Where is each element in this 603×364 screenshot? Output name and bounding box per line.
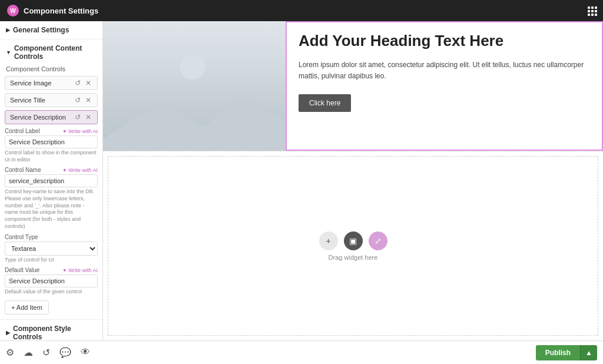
write-ai-label: Write with AI — [68, 267, 98, 273]
bottom-bar-icons: ⚙ ☁ ↺ 💬 👁 — [6, 347, 90, 358]
publish-group: Publish ▲ — [536, 345, 597, 360]
ai-sparkle-icon: ✦ — [62, 267, 67, 273]
component-style-controls-label: Component Style Controls — [13, 325, 97, 340]
control-item-label: Service Title — [10, 97, 45, 104]
media-widget-icon[interactable]: ▣ — [344, 231, 363, 250]
component-style-controls-section: ▶ Component Style Controls — [0, 319, 102, 340]
preview-heading: Add Your Heading Text Here — [299, 32, 590, 50]
control-type-text: Control Type — [5, 234, 38, 240]
component-controls-section-label: Component Controls — [5, 65, 98, 72]
ai-sparkle-icon: ✦ — [62, 128, 67, 134]
control-item-remove-btn[interactable]: ✕ — [84, 80, 92, 87]
control-item-remove-btn[interactable]: ✕ — [84, 97, 92, 104]
control-item-service-image: Service Image ↺ ✕ — [5, 76, 98, 90]
control-name-header: Control Name ✦ Write with AI — [5, 167, 98, 173]
drag-icons-group: + ▣ ⤢ — [319, 231, 387, 250]
component-style-controls-arrow: ▶ — [6, 330, 10, 336]
component-style-controls-header[interactable]: ▶ Component Style Controls — [0, 320, 102, 340]
settings-icon[interactable]: ⚙ — [6, 347, 14, 358]
main-content: ▶ General Settings ▼ Component Content C… — [0, 21, 603, 340]
control-type-hint: Type of control for UI — [5, 257, 98, 264]
control-name-field: Control Name ✦ Write with AI Control key… — [5, 167, 98, 230]
control-item-service-description: Service Description ↺ ✕ — [5, 110, 98, 124]
write-ai-label: Write with AI — [68, 128, 98, 134]
control-type-select[interactable]: Textarea Text Image Color Select — [5, 241, 98, 256]
sidebar: ▶ General Settings ▼ Component Content C… — [0, 21, 103, 340]
cloud-icon[interactable]: ☁ — [24, 347, 33, 358]
control-item-remove-btn[interactable]: ✕ — [84, 114, 92, 121]
drag-label: Drag widget here — [329, 254, 378, 261]
control-label-header: Control Label ✦ Write with AI — [5, 128, 98, 134]
control-name-input[interactable] — [5, 174, 98, 187]
general-settings-header[interactable]: ▶ General Settings — [0, 21, 102, 39]
control-item-reset-btn[interactable]: ↺ — [74, 114, 82, 121]
detail-section: Control Label ✦ Write with AI Control la… — [0, 128, 102, 296]
preview-cta-button[interactable]: Click here — [299, 94, 351, 112]
preview-area: Add Your Heading Text Here Lorem ipsum d… — [103, 21, 603, 340]
page-title: Component Settings — [24, 6, 98, 15]
default-value-text: Default Value — [5, 267, 39, 273]
write-ai-label: Write with AI — [68, 167, 98, 173]
control-type-field: Control Type Textarea Text Image Color S… — [5, 234, 98, 264]
preview-drag-area[interactable]: + ▣ ⤢ Drag widget here — [108, 156, 598, 336]
control-type-header: Control Type — [5, 234, 98, 240]
preview-icon[interactable]: 👁 — [81, 347, 90, 358]
control-item-actions: ↺ ✕ — [74, 80, 92, 87]
control-item-reset-btn[interactable]: ↺ — [74, 80, 82, 87]
control-name-hint: Control key-name to save into the DB. Pl… — [5, 188, 98, 230]
write-ai-default-value[interactable]: ✦ Write with AI — [62, 267, 98, 273]
top-bar-left: W Component Settings — [7, 5, 98, 16]
undo-icon[interactable]: ↺ — [42, 347, 50, 358]
app-logo: W — [7, 5, 19, 16]
add-widget-icon[interactable]: + — [319, 231, 338, 250]
control-item-service-title: Service Title ↺ ✕ — [5, 93, 98, 107]
control-item-actions: ↺ ✕ — [74, 97, 92, 104]
component-content-controls-label: Component Content Controls — [14, 44, 97, 61]
component-controls-section: Component Controls Service Image ↺ ✕ Ser… — [0, 65, 102, 124]
general-settings-label: General Settings — [13, 26, 69, 34]
preview-body-text: Lorem ipsum dolor sit amet, consectetur … — [299, 59, 590, 82]
default-value-header: Default Value ✦ Write with AI — [5, 267, 98, 273]
control-label-text: Control Label — [5, 128, 39, 134]
publish-chevron-button[interactable]: ▲ — [580, 345, 597, 360]
publish-button[interactable]: Publish — [536, 345, 580, 360]
general-settings-arrow: ▶ — [6, 27, 10, 33]
ai-sparkle-icon: ✦ — [62, 167, 67, 173]
preview-text-block: Add Your Heading Text Here Lorem ipsum d… — [286, 21, 603, 151]
control-label-field: Control Label ✦ Write with AI Control la… — [5, 128, 98, 163]
control-item-reset-btn[interactable]: ↺ — [74, 97, 82, 104]
default-value-field: Default Value ✦ Write with AI Default va… — [5, 267, 98, 296]
write-ai-control-label[interactable]: ✦ Write with AI — [62, 128, 98, 134]
comments-icon[interactable]: 💬 — [59, 347, 71, 358]
grid-menu-icon[interactable] — [588, 6, 596, 15]
control-item-label: Service Image — [10, 80, 51, 87]
add-item-button[interactable]: + Add Item — [5, 300, 49, 315]
write-ai-control-name[interactable]: ✦ Write with AI — [62, 167, 98, 173]
control-item-actions: ↺ ✕ — [74, 114, 92, 121]
preview-image — [103, 21, 286, 151]
control-label-input[interactable] — [5, 135, 98, 148]
control-item-label: Service Description — [10, 114, 66, 121]
component-content-controls-header[interactable]: ▼ Component Content Controls — [0, 39, 102, 65]
top-bar: W Component Settings — [0, 0, 603, 21]
component-content-controls-arrow: ▼ — [6, 49, 11, 55]
default-value-hint: Default value of the given control — [5, 289, 98, 296]
default-value-input[interactable] — [5, 274, 98, 287]
control-label-hint: Control label to show in the component U… — [5, 150, 98, 163]
control-name-text: Control Name — [5, 167, 41, 173]
expand-widget-icon[interactable]: ⤢ — [369, 231, 387, 250]
preview-top: Add Your Heading Text Here Lorem ipsum d… — [103, 21, 603, 151]
bottom-bar: ⚙ ☁ ↺ 💬 👁 Publish ▲ — [0, 340, 603, 364]
